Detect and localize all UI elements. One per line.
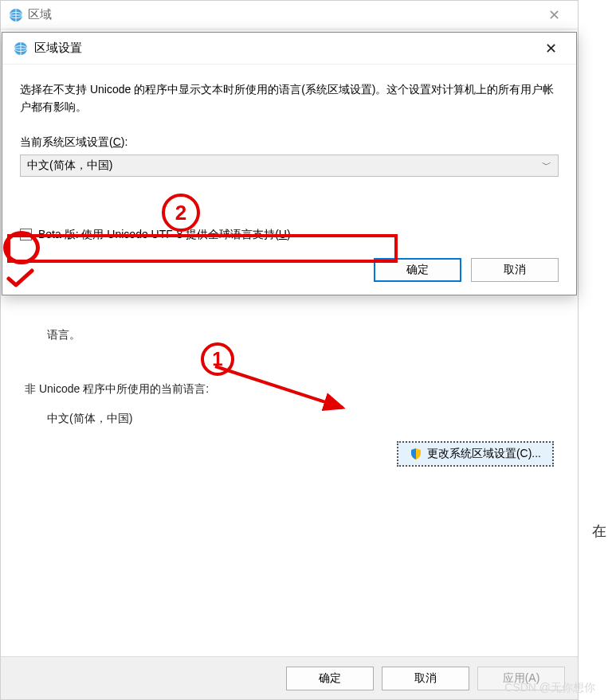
utf8-checkbox[interactable]: ✓: [20, 229, 32, 241]
inner-close-button[interactable]: ✕: [536, 40, 565, 57]
dialog-description: 选择在不支持 Unicode 的程序中显示文本时所使用的语言(系统区域设置)。这…: [20, 80, 559, 116]
inner-body: 选择在不支持 Unicode 的程序中显示文本时所使用的语言(系统区域设置)。这…: [2, 65, 576, 295]
svg-line-4: [215, 366, 343, 408]
inner-button-row: 确定 取消: [20, 258, 559, 282]
utf8-checkbox-row: ✓ Beta 版: 使用 Unicode UTF-8 提供全球语言支持(U): [20, 228, 559, 242]
chevron-down-icon: ﹀: [542, 158, 551, 172]
change-locale-button[interactable]: 更改系统区域设置(C)...: [397, 441, 554, 467]
globe-icon: [9, 8, 23, 22]
shield-icon: [410, 448, 422, 460]
outer-titlebar: 区域 ✕: [1, 1, 578, 29]
inner-titlebar: 区域设置 ✕: [2, 33, 576, 65]
locale-field-label: 当前系统区域设置(C):: [20, 135, 559, 150]
inner-ok-button[interactable]: 确定: [374, 258, 461, 282]
change-locale-label: 更改系统区域设置(C)...: [427, 447, 541, 461]
truncated-text: 语言。: [47, 326, 554, 343]
annotation-checkmark-icon: [6, 268, 35, 290]
inner-cancel-button[interactable]: 取消: [471, 258, 559, 282]
inner-window-title: 区域设置: [34, 41, 82, 56]
annotation-arrow-icon: [207, 350, 367, 430]
outer-window-title: 区域: [28, 7, 52, 22]
region-settings-dialog: 区域设置 ✕ 选择在不支持 Unicode 的程序中显示文本时所使用的语言(系统…: [2, 32, 577, 295]
globe-icon: [14, 41, 28, 56]
utf8-checkbox-label: Beta 版: 使用 Unicode UTF-8 提供全球语言支持(U): [38, 228, 291, 242]
outer-ok-button[interactable]: 确定: [286, 667, 374, 690]
outer-button-row: 确定 取消 应用(A): [1, 656, 578, 699]
side-fragment: 在: [592, 522, 608, 546]
locale-combo[interactable]: 中文(简体，中国) ﹀: [20, 154, 559, 177]
watermark: CSDN @无你想你: [504, 681, 595, 695]
outer-cancel-button[interactable]: 取消: [382, 667, 469, 690]
outer-close-button[interactable]: ✕: [538, 6, 570, 24]
locale-combo-value: 中文(简体，中国): [27, 158, 542, 173]
